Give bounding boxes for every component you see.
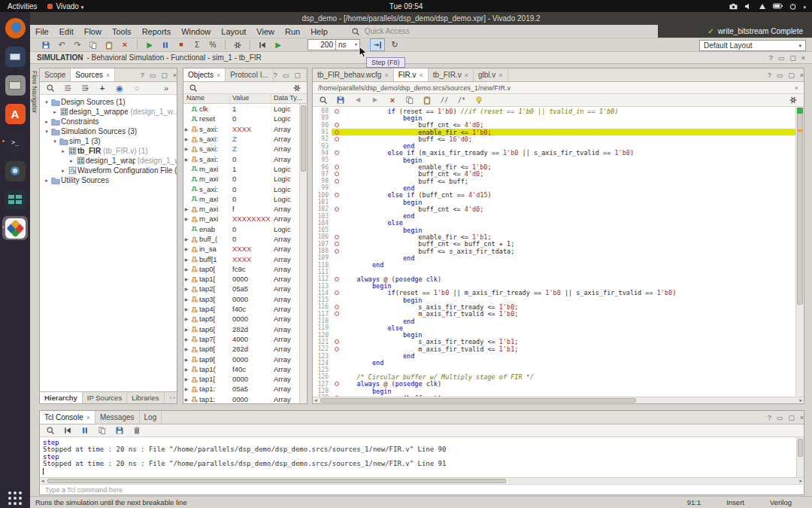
bottom-tab-libraries[interactable]: Libraries	[127, 392, 164, 403]
breakpoint-gutter-icon[interactable]	[332, 339, 341, 344]
breakpoint-gutter-icon[interactable]	[332, 242, 341, 246]
code-line[interactable]: 127 always @ (posedge clk)	[313, 381, 795, 388]
collapseAll-button-icon[interactable]	[62, 83, 74, 94]
settings-button-icon[interactable]	[291, 82, 303, 93]
expander-closed-icon[interactable]: ▶	[183, 297, 189, 302]
expander-closed-icon[interactable]: ▶	[183, 157, 189, 162]
dock-item-calculator[interactable]	[2, 187, 28, 211]
scrollbar-thumb[interactable]	[320, 398, 636, 403]
breakpoint-gutter-icon[interactable]	[332, 382, 341, 386]
volume-icon[interactable]	[744, 3, 752, 10]
expander-closed-icon[interactable]: ▶	[183, 266, 189, 272]
close-icon[interactable]: ×	[384, 71, 388, 79]
close-icon[interactable]: ×	[801, 54, 805, 62]
chevron-down-icon[interactable]: ▾	[803, 2, 806, 11]
expander-open-icon[interactable]: ▾	[43, 99, 50, 105]
tcl-tab-tcl-console[interactable]: Tcl Console×	[40, 411, 95, 424]
step-button[interactable]	[370, 38, 385, 51]
run-all-button-icon[interactable]: ▶	[272, 39, 284, 50]
code-line[interactable]: 122 m_axis_fir_tvalid <= 1'b1;	[313, 345, 795, 352]
breakpoint-gutter-icon[interactable]	[332, 305, 341, 309]
code-editor[interactable]: 88 if (reset == 1'b0) //if (reset == 1'b…	[313, 107, 804, 397]
line-number[interactable]: 94	[313, 150, 332, 157]
expander-closed-icon[interactable]: ▸	[59, 148, 67, 154]
tcl-tab-messages[interactable]: Messages	[95, 411, 140, 424]
stop-button-icon[interactable]: ■	[175, 39, 187, 50]
expander-closed-icon[interactable]: ▶	[183, 316, 189, 321]
tcl-stepback-button-icon[interactable]	[62, 425, 74, 437]
search-button-icon[interactable]	[44, 83, 56, 94]
overflow-button-icon[interactable]: »	[160, 83, 172, 94]
close-icon[interactable]: ×	[800, 71, 804, 79]
minimize-icon[interactable]: ▭	[150, 71, 156, 79]
expander-closed-icon[interactable]: ▶	[183, 336, 189, 342]
object-row[interactable]: m_axi0Logic	[183, 174, 307, 184]
editor-tab-tb-fir-v[interactable]: tb_FIR.v×	[429, 68, 474, 81]
breakpoint-gutter-icon[interactable]	[332, 130, 341, 135]
object-row[interactable]: clk1Logic	[183, 104, 307, 114]
expander-closed-icon[interactable]: ▸	[51, 109, 59, 115]
paste-button-icon[interactable]	[103, 39, 115, 50]
object-row[interactable]: ▶tap1[0000Array	[183, 374, 307, 384]
clock[interactable]: Tue 09:54	[389, 2, 423, 11]
pause-button-icon[interactable]	[159, 39, 171, 50]
menu-help[interactable]: Help	[305, 27, 333, 36]
tcl-save-button-icon[interactable]	[114, 425, 126, 437]
line-number[interactable]: 125	[313, 367, 332, 373]
object-row[interactable]: ▶tap3[0000Array	[183, 294, 307, 304]
line-number[interactable]: 96	[313, 164, 332, 171]
object-row[interactable]: ▶tap4[f40cArray	[183, 304, 307, 314]
line-number[interactable]: 113	[313, 283, 332, 290]
editor-settings-button-icon[interactable]	[787, 95, 799, 106]
dotBlue-button-icon[interactable]: ◉	[114, 83, 126, 94]
expander-closed-icon[interactable]: ▶	[183, 236, 189, 242]
expander-closed-icon[interactable]: ▶	[183, 257, 189, 262]
sources-tab-scope[interactable]: Scope	[40, 68, 71, 81]
help-icon[interactable]: ?	[768, 71, 771, 79]
scrollbar-thumb[interactable]	[301, 105, 306, 172]
relaunch-button-icon[interactable]: ↻	[389, 39, 401, 50]
breakpoint-gutter-icon[interactable]	[332, 172, 341, 176]
line-number[interactable]: 89	[313, 114, 332, 121]
scroll-left-icon[interactable]: ◂	[41, 478, 44, 484]
quick-access[interactable]: Quick Access	[350, 26, 410, 37]
code-line[interactable]: 103 end	[313, 212, 795, 219]
tcl-search-button-icon[interactable]	[44, 425, 56, 437]
expandAll-button-icon[interactable]	[79, 83, 91, 94]
code-line[interactable]: 128 begin	[313, 388, 795, 394]
object-row[interactable]: ▶s_axi:0Array	[183, 154, 307, 163]
breakpoint-gutter-icon[interactable]	[332, 291, 341, 295]
line-number[interactable]: 118	[313, 318, 332, 324]
code-line[interactable]: 101 begin	[313, 199, 795, 205]
expander-closed-icon[interactable]: ▶	[183, 346, 189, 351]
percent-button-icon[interactable]: %	[207, 39, 219, 50]
line-number[interactable]: 114	[313, 290, 332, 297]
tcl-output[interactable]: stepStopped at time : 20 ns : File "/hom…	[40, 437, 804, 477]
objects-scrollbar[interactable]	[299, 104, 307, 403]
code-line[interactable]: 123 end	[313, 352, 795, 359]
breakpoint-gutter-icon[interactable]	[332, 207, 341, 211]
object-row[interactable]: ▶buff[1XXXXArray	[183, 254, 307, 263]
expander-closed-icon[interactable]: ▶	[183, 126, 189, 132]
breakpoint-gutter-icon[interactable]	[332, 235, 341, 239]
line-number[interactable]: 101	[313, 199, 332, 205]
code-line[interactable]: 126 /* Circular buffer w/ Multiply stage…	[313, 373, 795, 380]
objects-tab-protocol-i-[interactable]: Protocol I...	[226, 68, 274, 81]
object-row[interactable]: ▶buff_(0Array	[183, 234, 307, 244]
paste-button-icon[interactable]	[421, 95, 433, 106]
help-icon[interactable]: ?	[274, 71, 277, 79]
object-row[interactable]: enab0Logic	[183, 224, 307, 234]
code-line[interactable]: 88 if (reset == 1'b0) //if (reset == 1'b…	[313, 108, 795, 114]
minimize-icon[interactable]: ▭	[778, 54, 785, 62]
expander-closed-icon[interactable]: ▸	[43, 178, 50, 184]
crossRed-button-icon[interactable]: ×	[386, 95, 398, 106]
battery-icon[interactable]	[773, 3, 783, 9]
line-number[interactable]: 122	[313, 345, 332, 352]
objects-tab-objects[interactable]: Objects×	[183, 68, 226, 81]
breakpoint-gutter-icon[interactable]	[332, 109, 341, 114]
code-line[interactable]: 93 end	[313, 142, 795, 149]
expander-closed-icon[interactable]: ▶	[183, 306, 189, 312]
scroll-right-icon[interactable]: ▸	[799, 397, 802, 403]
code-line[interactable]: 96 enable_fir <= 1'b0;	[313, 163, 795, 170]
time-value-input[interactable]: 200	[308, 39, 336, 50]
